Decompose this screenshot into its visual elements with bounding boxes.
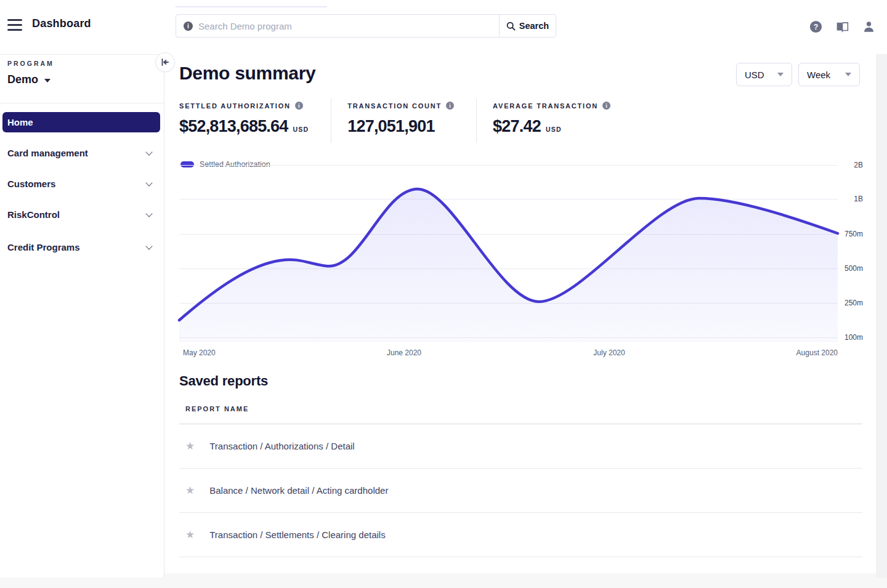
star-icon[interactable]: ★ [185, 485, 195, 496]
info-icon: i [184, 22, 193, 31]
sidebar-item-riskcontrol[interactable]: RiskControl [2, 204, 160, 225]
user-profile-icon[interactable] [862, 20, 876, 34]
info-icon[interactable]: i [602, 102, 610, 110]
collapse-sidebar-icon [161, 58, 169, 66]
stat-value: $52,813,685.64 [179, 117, 288, 136]
chevron-down-icon [145, 243, 152, 249]
y-tick-1b: 1B [840, 195, 863, 203]
x-axis: May 2020 June 2020 July 2020 August 2020 [179, 348, 838, 358]
docs-book-icon[interactable] [835, 20, 849, 34]
global-search: i Search [176, 14, 556, 38]
report-name: Transaction / Settlements / Clearing det… [209, 530, 385, 540]
search-input[interactable] [198, 21, 492, 31]
sidebar: PROGRAM Demo Home Card management Custom… [0, 54, 164, 578]
search-button[interactable]: Search [499, 14, 556, 38]
chevron-down-icon [44, 79, 51, 83]
currency-select[interactable]: USD [736, 63, 792, 86]
stat-label: AVERAGE TRANSACTION [493, 102, 598, 110]
saved-reports-table: REPORT NAME ★ Transaction / Authorizatio… [179, 405, 862, 557]
stat-unit: USD [293, 126, 309, 133]
top-header: Dashboard i Search ? [0, 0, 887, 54]
main-content: Demo summary USD Week SETTLED AUTHORIZAT… [164, 54, 876, 573]
stat-average-transaction: AVERAGE TRANSACTION i $27.42 USD [476, 99, 633, 143]
area-line-plot [179, 165, 838, 342]
sidebar-divider [0, 103, 164, 103]
svg-text:?: ? [814, 23, 819, 31]
y-tick-750m: 750m [840, 230, 863, 238]
sidebar-item-customers[interactable]: Customers [2, 174, 160, 194]
settled-authorization-chart[interactable]: 2B 1B 750m 500m 250m 100m [179, 165, 838, 342]
program-selector[interactable]: Demo [7, 73, 51, 86]
x-tick-may: May 2020 [183, 348, 216, 357]
chevron-down-icon [145, 210, 152, 217]
report-name-column-header: REPORT NAME [179, 405, 862, 424]
y-tick-100m: 100m [840, 333, 863, 342]
y-tick-2b: 2B [840, 161, 863, 169]
page-title: Dashboard [32, 17, 91, 30]
sidebar-item-label: Credit Programs [7, 242, 80, 252]
period-select-value: Week [807, 70, 830, 80]
app-window: Dashboard i Search ? [0, 0, 887, 588]
scrollbar-gutter[interactable] [876, 54, 887, 588]
stat-transaction-count: TRANSACTION COUNT i 127,051,901 [331, 99, 476, 143]
stat-label: TRANSACTION COUNT [347, 102, 442, 110]
stat-value: $27.42 [493, 117, 541, 136]
summary-title: Demo summary [179, 63, 316, 84]
footer-strip [0, 578, 887, 588]
sidebar-item-label: Card management [7, 148, 88, 158]
sidebar-item-label: Home [7, 117, 33, 127]
search-button-label: Search [519, 21, 549, 31]
stat-value: 127,051,901 [347, 117, 434, 136]
x-tick-august: August 2020 [786, 348, 838, 357]
search-icon [506, 22, 516, 31]
saved-reports-title: Saved reports [179, 373, 268, 389]
chevron-down-icon [145, 179, 152, 186]
program-section-label: PROGRAM [7, 60, 54, 67]
y-tick-500m: 500m [840, 264, 863, 273]
stat-settled-authorization: SETTLED AUTHORIZATION i $52,813,685.64 U… [179, 99, 331, 143]
x-tick-july: July 2020 [585, 348, 634, 357]
sidebar-item-home[interactable]: Home [2, 112, 160, 132]
kpi-row: SETTLED AUTHORIZATION i $52,813,685.64 U… [179, 99, 633, 143]
chevron-down-icon [777, 73, 784, 76]
content-footer-strip [164, 573, 876, 578]
sidebar-collapse-button[interactable] [155, 52, 175, 72]
search-dropdown-edge [176, 6, 327, 7]
info-icon[interactable]: i [295, 102, 303, 110]
chevron-down-icon [145, 148, 152, 155]
sidebar-item-credit-programs[interactable]: Credit Programs [2, 237, 160, 257]
info-icon[interactable]: i [446, 102, 454, 110]
help-icon[interactable]: ? [809, 20, 823, 34]
x-tick-june: June 2020 [379, 348, 429, 357]
sidebar-item-label: Customers [7, 179, 55, 189]
sidebar-item-card-management[interactable]: Card management [2, 143, 160, 163]
stat-unit: USD [546, 126, 562, 133]
chevron-down-icon [845, 73, 851, 76]
header-actions: ? [809, 20, 876, 34]
star-icon[interactable]: ★ [185, 530, 195, 540]
report-name: Balance / Network detail / Acting cardho… [209, 485, 388, 496]
hamburger-menu-icon[interactable] [7, 19, 22, 31]
search-input-container[interactable]: i [176, 14, 499, 38]
report-row[interactable]: ★ Transaction / Authorizations / Detail [179, 424, 862, 469]
stat-label: SETTLED AUTHORIZATION [179, 102, 291, 110]
report-name: Transaction / Authorizations / Detail [209, 441, 354, 451]
star-icon[interactable]: ★ [185, 441, 195, 451]
program-name: Demo [7, 73, 38, 86]
sidebar-item-label: RiskControl [7, 209, 60, 220]
report-row[interactable]: ★ Balance / Network detail / Acting card… [179, 469, 862, 513]
currency-select-value: USD [745, 70, 764, 80]
period-select[interactable]: Week [798, 63, 860, 86]
series-area [179, 189, 838, 342]
report-row[interactable]: ★ Transaction / Settlements / Clearing d… [179, 513, 862, 557]
y-tick-250m: 250m [840, 299, 863, 307]
